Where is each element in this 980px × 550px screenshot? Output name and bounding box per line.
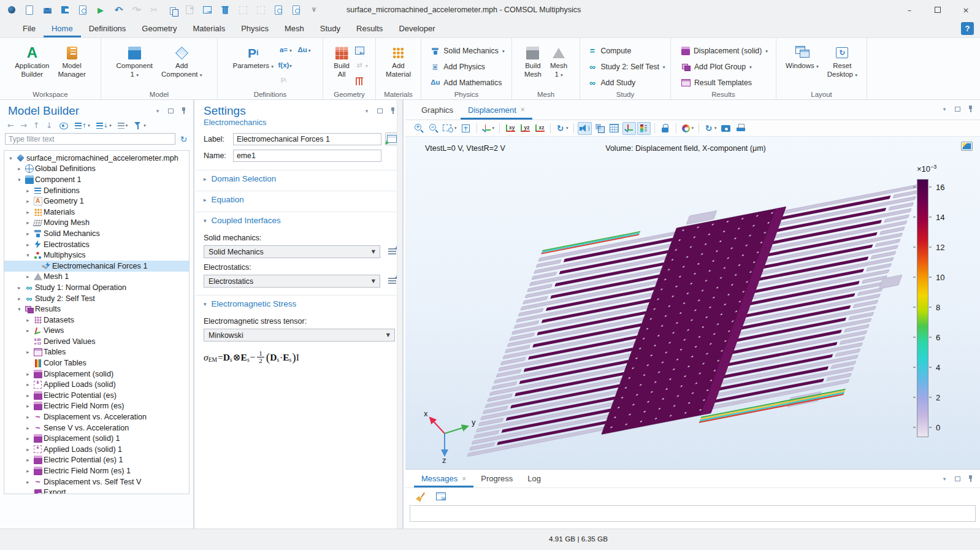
- result-templates-button[interactable]: Result Templates: [681, 75, 768, 90]
- expander-open-icon[interactable]: ▾: [15, 177, 23, 183]
- tree-item-study-2-self-test[interactable]: ▸∞Study 2: Self Test: [4, 293, 189, 304]
- study-2-self-test-button[interactable]: ∞Study 2: Self Test▾: [588, 59, 665, 74]
- graphics-canvas[interactable]: VtestL=0 V, VtestR=2 V Volume: Displacem…: [405, 137, 980, 469]
- label-input[interactable]: [233, 133, 381, 145]
- electrostatics-dropdown[interactable]: Electrostatics ▼: [204, 275, 380, 288]
- stress-tensor-dropdown[interactable]: Minkowski ▼: [204, 329, 395, 342]
- new-file-button[interactable]: [23, 3, 36, 17]
- tree-item-moving-mesh[interactable]: ▸Moving Mesh: [4, 218, 189, 229]
- help-button[interactable]: ?: [961, 22, 974, 35]
- application-builder-button[interactable]: AApplicationBuilder: [12, 42, 52, 80]
- menu-item-mesh[interactable]: Mesh: [277, 20, 312, 37]
- section-domain-selection[interactable]: ▸ Domain Selection: [196, 170, 402, 187]
- nonlocal-couplings-button[interactable]: Δu▾: [298, 46, 311, 55]
- build-mesh-button[interactable]: BuildMesh: [521, 42, 545, 80]
- tree-item-global-definitions[interactable]: ▸Global Definitions: [4, 164, 189, 175]
- find-button[interactable]: [272, 3, 285, 17]
- windows-button[interactable]: Windows ▾: [783, 42, 822, 72]
- tree-item-results[interactable]: ▾Results: [4, 304, 189, 315]
- add-physics-button[interactable]: Add Physics: [431, 59, 504, 74]
- settings-scrollbar[interactable]: [397, 100, 402, 529]
- add-plot-group-button[interactable]: Add Plot Group▾: [681, 59, 768, 74]
- reset-desktop-button[interactable]: ↻ResetDesktop ▾: [824, 42, 860, 80]
- zoom-extents-button[interactable]: [459, 122, 473, 135]
- expander-closed-icon[interactable]: ▸: [24, 414, 32, 420]
- variables-button[interactable]: a=▾: [279, 46, 292, 55]
- tree-item-electric-potential-es-1[interactable]: ▸Electric Potential (es) 1: [4, 455, 189, 466]
- open-in-window-button[interactable]: [434, 490, 448, 503]
- tree-item-surface-micromachined-accelerometer-mph[interactable]: ▾surface_micromachined_accelerometer.mph: [4, 153, 189, 164]
- add-material-button[interactable]: AddMaterial: [383, 42, 414, 80]
- go-to-view-button[interactable]: ▾: [481, 122, 496, 135]
- tree-item-derived-values[interactable]: 8.85e-12Derived Values: [4, 336, 189, 347]
- messages-tab-progress[interactable]: Progress: [473, 470, 520, 487]
- minimize-button[interactable]: –: [895, 0, 924, 20]
- pin-panel-icon[interactable]: [967, 475, 974, 483]
- expander-closed-icon[interactable]: ▸: [24, 425, 32, 431]
- tree-item-export[interactable]: Export: [4, 487, 189, 494]
- menu-item-results[interactable]: Results: [348, 20, 391, 37]
- messages-output[interactable]: [410, 505, 976, 522]
- grid-button[interactable]: [608, 122, 621, 135]
- expand-all-button[interactable]: ↑▾: [75, 123, 90, 129]
- tree-item-views[interactable]: ▸Views: [4, 326, 189, 337]
- tree-item-electric-field-norm-es-1[interactable]: ▸Electric Field Norm (es) 1: [4, 465, 189, 476]
- speaker-button[interactable]: [578, 122, 592, 135]
- expander-closed-icon[interactable]: ▸: [24, 198, 32, 204]
- menu-item-developer[interactable]: Developer: [391, 20, 443, 37]
- collapse-all-button[interactable]: ↓▾: [96, 123, 112, 129]
- menu-item-geometry[interactable]: Geometry: [134, 20, 185, 37]
- section-electromagnetic-stress[interactable]: ▾ Electromagnetic Stress: [196, 295, 402, 312]
- open-button[interactable]: [40, 3, 54, 17]
- view-xy-button[interactable]: xy: [503, 122, 517, 135]
- pin-panel-icon[interactable]: [967, 105, 974, 113]
- show-axis-orientation-button[interactable]: [622, 122, 636, 135]
- image-snapshot-button[interactable]: [719, 122, 733, 135]
- menu-item-file[interactable]: File: [15, 20, 44, 37]
- delete-button[interactable]: [218, 3, 232, 17]
- build-all-button[interactable]: BuildAll: [331, 42, 353, 80]
- comsol-logo-button[interactable]: [5, 3, 18, 17]
- zoom-out-button[interactable]: −: [427, 122, 440, 135]
- tree-item-study-1-normal-operation[interactable]: ▸∞Study 1: Normal Operation: [4, 282, 189, 293]
- float-panel-icon[interactable]: [954, 105, 961, 113]
- expander-closed-icon[interactable]: ▸: [24, 349, 32, 355]
- tree-item-mesh-1[interactable]: ▸Mesh 1: [4, 272, 189, 283]
- view-lock-button[interactable]: [659, 122, 672, 135]
- expander-closed-icon[interactable]: ▸: [24, 371, 32, 377]
- close-button[interactable]: ×: [952, 0, 980, 20]
- expander-closed-icon[interactable]: ▸: [15, 166, 23, 172]
- tree-item-applied-loads-solid-1[interactable]: ▸*Applied Loads (solid) 1: [4, 444, 189, 455]
- model-tree-nodes-button[interactable]: ▾: [118, 123, 128, 129]
- panel-menu-icon[interactable]: ▾: [941, 475, 948, 483]
- panel-menu-icon[interactable]: ▾: [363, 107, 370, 115]
- menu-item-study[interactable]: Study: [312, 20, 348, 37]
- panel-menu-icon[interactable]: ▾: [154, 107, 161, 115]
- expander-closed-icon[interactable]: ▸: [15, 296, 23, 302]
- forward-button[interactable]: →: [20, 121, 27, 130]
- expander-closed-icon[interactable]: ▸: [24, 381, 32, 388]
- customize-toolbar-button[interactable]: ∨: [307, 3, 321, 17]
- expander-closed-icon[interactable]: ▸: [24, 392, 32, 399]
- tree-item-tables[interactable]: ▸Tables: [4, 347, 189, 358]
- tree-item-geometry-1[interactable]: ▸AGeometry 1: [4, 196, 189, 207]
- tree-item-displacement-vs-self-test-v[interactable]: ▸~Displacement vs. Self Test V: [4, 476, 189, 487]
- float-panel-icon[interactable]: [376, 107, 383, 115]
- expander-closed-icon[interactable]: ▸: [24, 231, 32, 237]
- expander-closed-icon[interactable]: ▸: [24, 468, 32, 474]
- expander-closed-icon[interactable]: ▸: [24, 446, 32, 453]
- pin-panel-icon[interactable]: [389, 107, 396, 115]
- expander-closed-icon[interactable]: ▸: [24, 327, 32, 334]
- solid-mechanics-dropdown[interactable]: Solid Mechanics ▼: [204, 245, 380, 258]
- run-button[interactable]: ▶: [94, 3, 107, 17]
- tree-item-definitions[interactable]: ▸Definitions: [4, 185, 189, 196]
- expander-closed-icon[interactable]: ▸: [24, 317, 32, 323]
- expander-closed-icon[interactable]: ▸: [15, 285, 23, 291]
- menu-item-physics[interactable]: Physics: [233, 20, 277, 37]
- print-button[interactable]: [734, 122, 748, 135]
- tree-item-electric-potential-es[interactable]: ▸Electric Potential (es): [4, 390, 189, 401]
- add-mathematics-button[interactable]: ΔuAdd Mathematics: [431, 75, 504, 90]
- section-equation[interactable]: ▸ Equation: [196, 191, 402, 208]
- tree-item-applied-loads-solid[interactable]: ▸*Applied Loads (solid): [4, 379, 189, 390]
- virtual-operations-button[interactable]: [355, 77, 364, 86]
